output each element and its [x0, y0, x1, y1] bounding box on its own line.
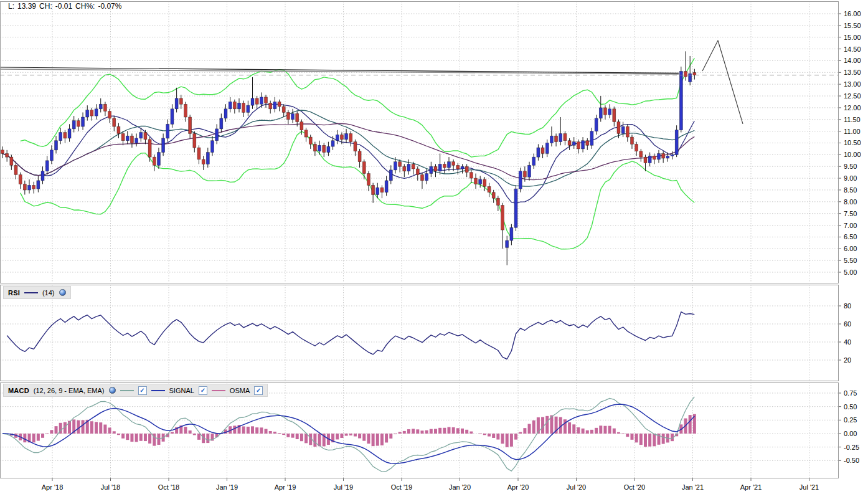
- osma-bar: [456, 428, 460, 434]
- osma-bar: [184, 427, 187, 434]
- candle-bull: [251, 98, 254, 105]
- osma-bar: [130, 434, 133, 442]
- candle-bear: [586, 141, 589, 146]
- osma-bar: [599, 425, 602, 434]
- candle-bull: [430, 166, 433, 173]
- candle-bear: [568, 141, 571, 146]
- osma-label: OSMA: [230, 387, 250, 394]
- price-axis-label: 9.50: [844, 163, 857, 170]
- x-axis-label: Apr '19: [275, 483, 296, 491]
- price-axis-label: 13.50: [844, 69, 861, 76]
- candle-bear: [372, 185, 375, 194]
- candle-bull: [666, 156, 669, 158]
- candle-bear: [469, 173, 473, 178]
- osma-bar: [465, 430, 468, 434]
- macd-header: MACD (12, 26, 9 - EMA, EMA) ✓ SIGNAL ✓ O…: [3, 384, 268, 397]
- candle-bear: [541, 148, 544, 153]
- macd-line-checkbox[interactable]: ✓: [138, 386, 147, 395]
- candle-bear: [1, 150, 4, 154]
- osma-bar: [354, 434, 357, 437]
- osma-bar: [506, 434, 509, 447]
- osma-bar: [336, 434, 339, 439]
- candle-bull: [55, 141, 58, 150]
- osma-bar: [621, 434, 625, 434]
- candle-bull: [671, 154, 674, 156]
- candle-bear: [77, 121, 80, 126]
- candle-bull: [537, 148, 540, 157]
- macd-settings-globe-icon[interactable]: [109, 387, 116, 394]
- candle-bear: [309, 137, 312, 144]
- price-panel: [0, 1, 839, 283]
- macd-params: (12, 26, 9 - EMA, EMA): [34, 387, 105, 394]
- osma-bar: [568, 422, 571, 434]
- candle-bear: [367, 174, 370, 186]
- osma-bar: [541, 417, 544, 434]
- sma10-line: [2, 104, 694, 203]
- candle-bull: [438, 164, 441, 171]
- osma-bar: [251, 426, 254, 434]
- candle-bull: [345, 133, 348, 139]
- candle-bull: [506, 240, 509, 247]
- price-axis-label: 11.00: [844, 128, 861, 135]
- price-axis-label: 8.50: [844, 186, 857, 194]
- candle-bear: [14, 165, 17, 174]
- candle-bear: [10, 157, 13, 165]
- quote-info-bar: L: 13.39 CH: -0.01 CH%: -0.07%: [8, 2, 121, 11]
- osma-bar: [452, 427, 455, 434]
- candle-bear: [19, 174, 22, 184]
- osma-bar: [443, 428, 446, 434]
- chart-canvas[interactable]: 5.005.506.006.507.007.508.008.509.009.50…: [0, 0, 868, 494]
- price-axis-label: 6.50: [844, 233, 857, 240]
- rsi-axis-label: 80: [844, 302, 851, 310]
- candle-bear: [465, 166, 468, 172]
- candle-bear: [362, 162, 366, 174]
- candle-bull: [28, 185, 31, 190]
- rsi-panel: [0, 285, 839, 381]
- candle-bear: [64, 133, 67, 138]
- rsi-params: (14): [42, 289, 55, 297]
- signal-checkbox[interactable]: ✓: [199, 386, 207, 395]
- osma-bar: [108, 427, 111, 434]
- candle-bear: [635, 144, 638, 151]
- osma-bar: [407, 429, 410, 434]
- candle-bear: [626, 126, 629, 137]
- candle-bear: [130, 136, 133, 143]
- osma-bar: [510, 434, 513, 447]
- price-axis-label: 8.00: [844, 198, 857, 206]
- candle-bull: [621, 126, 625, 133]
- candle-bull: [238, 103, 241, 108]
- x-axis-label: Jul '19: [334, 483, 353, 491]
- signal-line-sample: [151, 390, 165, 391]
- osma-bar: [349, 434, 352, 435]
- trading-chart-window: 5.005.506.006.507.007.508.008.509.009.50…: [0, 0, 868, 494]
- osma-bar: [545, 416, 549, 434]
- x-axis-label: Jan '20: [449, 483, 471, 491]
- osma-bar: [639, 434, 643, 445]
- candle-bull: [407, 164, 410, 171]
- candle-bull: [59, 133, 62, 141]
- rsi-line: [7, 312, 694, 359]
- candle-bear: [617, 122, 620, 134]
- osma-bar: [197, 434, 200, 440]
- candle-bear: [121, 133, 125, 140]
- candle-bull: [171, 109, 174, 125]
- osma-checkbox[interactable]: ✓: [254, 386, 263, 395]
- last-value: 13.39: [17, 2, 36, 11]
- osma-bar: [372, 434, 375, 446]
- candle-bear: [644, 157, 647, 163]
- candle-bull: [327, 146, 330, 152]
- candle-bull: [260, 97, 263, 104]
- rsi-settings-globe-icon[interactable]: [59, 289, 66, 296]
- candle-bear: [233, 102, 236, 108]
- macd-axis-label: -0.25: [844, 444, 859, 451]
- candle-bear: [189, 117, 192, 133]
- candle-bull: [291, 113, 295, 119]
- osma-bar: [483, 434, 486, 435]
- candle-bear: [32, 185, 35, 189]
- candle-bear: [323, 145, 326, 152]
- osma-bar: [617, 432, 620, 434]
- price-axis-label: 12.00: [844, 104, 861, 112]
- candle-bull: [648, 156, 651, 163]
- rsi-axis-label: 60: [844, 320, 851, 328]
- osma-bar: [144, 434, 147, 441]
